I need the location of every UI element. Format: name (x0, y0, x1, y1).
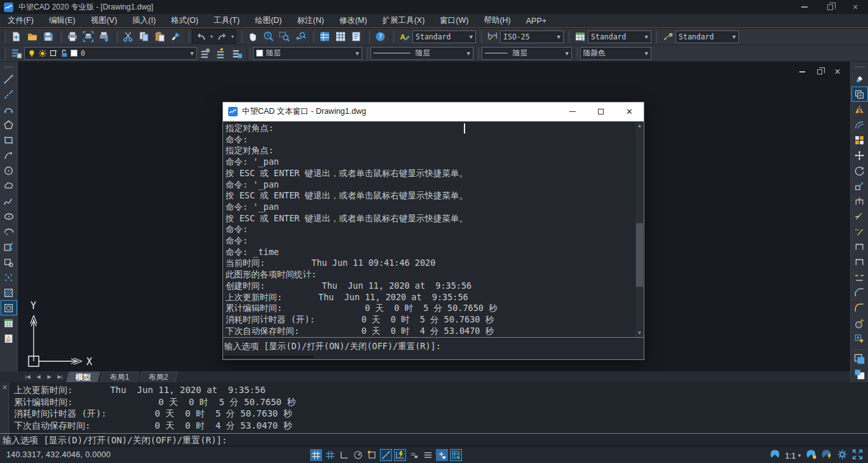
layer-select[interactable]: 0 ▼ (24, 47, 197, 60)
scroll-up-icon[interactable]: ▲ (635, 121, 644, 130)
pan-icon[interactable] (245, 29, 261, 44)
ellipse-arc-icon[interactable] (1, 224, 17, 239)
new-file-icon[interactable] (8, 29, 24, 44)
osnap-toggle-icon[interactable] (366, 449, 378, 461)
menu-item[interactable]: 插入(I) (125, 14, 163, 27)
menu-item[interactable]: 绘图(D) (247, 14, 289, 27)
stretch-icon[interactable] (851, 193, 868, 209)
extend-icon[interactable] (851, 224, 868, 239)
revision-cloud-icon[interactable] (1, 178, 17, 193)
layer-freeze-sun-icon[interactable] (38, 49, 47, 58)
block-editor-icon[interactable] (851, 331, 868, 346)
copy-icon[interactable] (851, 86, 868, 102)
redo-icon[interactable] (214, 29, 230, 44)
plot-style-select[interactable]: 随颜色 ▼ (580, 47, 651, 60)
zoom-window-icon[interactable] (276, 29, 292, 44)
ortho-toggle-icon[interactable] (338, 449, 350, 461)
text-window-titlebar[interactable]: 中望CAD 文本窗口 - Drawing1.dwg ✕ (223, 102, 644, 121)
cut-icon[interactable] (120, 29, 136, 44)
text-window-scrollbar[interactable]: ▲ ▼ (635, 121, 644, 337)
text-window-minimize-icon[interactable] (558, 102, 587, 121)
polyline-icon[interactable] (1, 102, 17, 117)
table-style-select[interactable]: Standard▼ (588, 31, 651, 43)
help-icon[interactable]: ? (372, 29, 388, 44)
table-style-icon[interactable] (572, 29, 588, 44)
dim-style-icon[interactable] (484, 29, 500, 44)
tab-model[interactable]: 模型 (66, 371, 100, 382)
fullscreen-icon[interactable] (852, 449, 863, 462)
ellipse-icon[interactable] (1, 209, 17, 224)
hatch-icon[interactable] (1, 285, 17, 300)
scale-icon[interactable] (851, 178, 868, 193)
tab-nav-arrow-icon[interactable]: |◀ (23, 373, 32, 382)
polar-toggle-icon[interactable] (352, 449, 364, 461)
table-icon[interactable] (1, 315, 17, 331)
lineweight-select[interactable]: 随层 ▼ (482, 47, 572, 60)
otrack-toggle-icon[interactable] (380, 449, 392, 461)
command-panel[interactable]: ✕ 上次更新时间: Thu Jun 11, 2020 at 9:35:56累计编… (0, 382, 868, 446)
linetype-select[interactable]: 随层 ▼ (370, 47, 473, 60)
menu-item[interactable]: 视图(V) (83, 14, 125, 27)
layer-manager-icon[interactable] (316, 29, 332, 44)
erase-icon[interactable] (851, 71, 868, 86)
break-at-point-icon[interactable] (851, 239, 868, 254)
menu-item[interactable]: 扩展工具(X) (375, 14, 433, 27)
polygon-icon[interactable] (1, 117, 17, 132)
paste-icon[interactable] (152, 29, 168, 44)
tab-nav-arrow-icon[interactable]: ▶| (55, 373, 65, 382)
menu-item[interactable]: 标注(N) (290, 14, 332, 27)
mleader-style-icon[interactable] (660, 29, 675, 44)
settings-gear-icon[interactable] (837, 449, 848, 462)
move-icon[interactable] (851, 148, 868, 163)
menu-item[interactable]: 文件(F) (0, 14, 41, 27)
drawing-properties-icon[interactable] (348, 29, 364, 44)
selection-cycling-toggle-icon[interactable] (436, 449, 448, 461)
menu-item[interactable]: 格式(O) (163, 14, 206, 27)
menu-item[interactable]: APP+ (519, 14, 554, 27)
layer-manager2-icon[interactable] (229, 46, 245, 60)
tab-layout2[interactable]: 布局2 (139, 371, 178, 382)
send-to-back-icon[interactable] (851, 366, 868, 382)
circle-icon[interactable] (1, 163, 17, 178)
menu-item[interactable]: 工具(T) (206, 14, 247, 27)
minimize-icon[interactable] (792, 0, 817, 14)
annotation-visibility-icon[interactable] (806, 449, 817, 462)
menu-item[interactable]: 窗口(W) (432, 14, 476, 27)
point-icon[interactable] (1, 270, 17, 285)
text-window-maximize-icon[interactable] (587, 102, 615, 121)
annotation-scale-value[interactable]: 1:1▼ (785, 452, 802, 460)
offset-icon[interactable] (851, 117, 868, 132)
scrollbar-thumb[interactable] (636, 223, 643, 287)
layer-plot-icon[interactable] (49, 49, 58, 58)
annotation-monitor-toggle-icon[interactable] (450, 449, 462, 461)
spline-icon[interactable] (1, 193, 17, 209)
scroll-down-icon[interactable]: ▼ (635, 329, 644, 337)
toolbar-grip[interactable] (855, 66, 865, 68)
snap-toggle-icon[interactable] (324, 449, 336, 461)
doc-restore-icon[interactable] (814, 67, 825, 77)
quick-properties-toggle-icon[interactable] (422, 449, 434, 461)
layer-unlock-icon[interactable] (60, 49, 69, 58)
print-icon[interactable] (64, 29, 80, 44)
array-icon[interactable] (851, 132, 868, 148)
menu-item[interactable]: 帮助(H) (476, 14, 518, 27)
menu-item[interactable]: 编辑(E) (41, 14, 83, 27)
construction-line-icon[interactable] (1, 86, 17, 102)
trim-icon[interactable] (851, 209, 868, 224)
match-properties-icon[interactable] (168, 29, 184, 44)
open-folder-icon[interactable] (24, 29, 40, 44)
make-block-icon[interactable] (1, 254, 17, 270)
join-icon[interactable] (851, 270, 868, 285)
insert-block-icon[interactable] (1, 239, 17, 254)
mirror-icon[interactable] (851, 102, 868, 117)
line-icon[interactable] (1, 71, 17, 86)
copy-clip-icon[interactable] (136, 29, 152, 44)
command-panel-close-icon[interactable]: ✕ (1, 384, 9, 392)
zoom-previous-icon[interactable] (292, 29, 308, 44)
rectangle-icon[interactable] (1, 132, 17, 148)
explode-icon[interactable] (851, 315, 868, 331)
grid-toggle-icon[interactable] (310, 449, 322, 461)
close-icon[interactable]: × (843, 0, 868, 14)
text-style-select[interactable]: Standard▼ (412, 31, 476, 43)
zoom-realtime-icon[interactable] (261, 29, 276, 44)
